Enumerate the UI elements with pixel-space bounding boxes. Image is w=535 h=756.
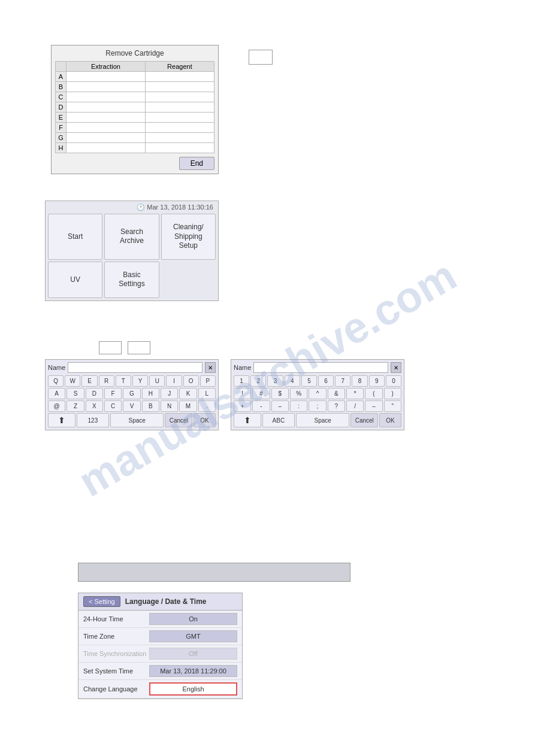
kb-key-f[interactable]: F: [104, 388, 122, 399]
kb-alpha-name-input[interactable]: [68, 362, 202, 373]
kb-key-minus[interactable]: -: [252, 400, 270, 412]
cartridge-extraction-G: [67, 133, 146, 143]
kb-key-d[interactable]: D: [86, 388, 103, 399]
kb-key-7[interactable]: 7: [335, 375, 350, 387]
kb-key-3[interactable]: 3: [267, 375, 283, 387]
cartridge-table: Extraction Reagent ABCDEFGH: [55, 61, 214, 153]
kb-key-l[interactable]: L: [198, 388, 216, 399]
kb-key-s[interactable]: S: [67, 388, 84, 399]
kb-key-rparen[interactable]: ): [384, 388, 401, 399]
kb-key-q[interactable]: Q: [48, 375, 64, 387]
settings-value-1[interactable]: GMT: [149, 630, 237, 642]
settings-label-0: 24-Hour Time: [83, 615, 149, 623]
settings-label-1: Time Zone: [83, 633, 149, 640]
kb-key-y[interactable]: Y: [132, 375, 148, 387]
kb-num-key-space[interactable]: Space: [296, 413, 349, 427]
kb-key-123[interactable]: 123: [77, 413, 109, 427]
cartridge-extraction-B: [67, 82, 146, 92]
kb-numeric-clear-btn[interactable]: ✕: [391, 362, 401, 373]
kb-key-5[interactable]: 5: [301, 375, 317, 387]
kb-key-abc[interactable]: ABC: [262, 413, 295, 427]
kb-key-plus[interactable]: +: [234, 400, 251, 412]
kb-key-v[interactable]: V: [123, 400, 140, 412]
kb-num-key-ok[interactable]: OK: [379, 413, 401, 427]
menu-btn-search-archive[interactable]: SearchArchive: [104, 214, 159, 260]
kb-key-lparen[interactable]: (: [365, 388, 382, 399]
kb-key-j[interactable]: J: [161, 388, 178, 399]
kb-key-hash[interactable]: #: [252, 388, 270, 399]
kb-key-shift[interactable]: ⬆: [48, 413, 75, 427]
kb-alpha-row2: A S D F G H J K L: [48, 388, 216, 399]
kb-key-colon[interactable]: :: [290, 400, 307, 412]
cartridge-extraction-A: [67, 72, 146, 82]
menu-datetime: Mar 13, 2018 11:30:16: [147, 204, 213, 211]
settings-value-0[interactable]: On: [149, 613, 237, 625]
kb-key-t[interactable]: T: [116, 375, 131, 387]
kb-key-h[interactable]: H: [142, 388, 159, 399]
kb-alpha-clear-btn[interactable]: ✕: [205, 362, 216, 373]
kb-key-4[interactable]: 4: [285, 375, 300, 387]
kb-key-0[interactable]: 0: [386, 375, 401, 387]
kb-num-key-shift[interactable]: ⬆: [234, 413, 261, 427]
remove-cartridge-title: Remove Cartridge: [55, 49, 214, 57]
kb-key-n[interactable]: N: [161, 400, 178, 412]
kb-key-caret[interactable]: ^: [309, 388, 326, 399]
settings-value-4[interactable]: English: [149, 682, 237, 696]
settings-back-button[interactable]: < Setting: [83, 596, 120, 607]
col-reagent-header: Reagent: [145, 62, 214, 72]
kb-key-u[interactable]: U: [149, 375, 165, 387]
kb-key-z[interactable]: Z: [67, 400, 84, 412]
kb-key-at[interactable]: @: [48, 400, 65, 412]
kb-key-m[interactable]: M: [179, 400, 197, 412]
kb-key-dollar[interactable]: $: [271, 388, 289, 399]
section4-gray-bar: [78, 563, 350, 582]
kb-numeric-name-input[interactable]: [253, 362, 388, 373]
kb-key-b[interactable]: B: [142, 400, 159, 412]
kb-key-9[interactable]: 9: [369, 375, 385, 387]
kb-key-g[interactable]: G: [123, 388, 140, 399]
kb-key-endash2[interactable]: –: [365, 400, 382, 412]
kb-key-r[interactable]: R: [99, 375, 114, 387]
kb-key-excl[interactable]: !: [234, 388, 251, 399]
menu-btn-basic-settings[interactable]: BasicSettings: [104, 262, 159, 298]
cartridge-row-label-C: C: [56, 92, 67, 102]
kb-key-k[interactable]: K: [179, 388, 197, 399]
kb-key-e[interactable]: E: [81, 375, 97, 387]
kb-key-star[interactable]: *: [346, 388, 364, 399]
kb-key-2[interactable]: 2: [250, 375, 266, 387]
kb-key-i[interactable]: I: [166, 375, 182, 387]
menu-btn-uv[interactable]: UV: [48, 262, 102, 298]
kb-key-question[interactable]: ?: [328, 400, 345, 412]
menu-btn-cleaning[interactable]: Cleaning/ShippingSetup: [161, 214, 216, 260]
menu-btn-start[interactable]: Start: [48, 214, 102, 260]
cartridge-row-label-E: E: [56, 113, 67, 123]
settings-value-3[interactable]: Mar 13, 2018 11:29:00: [149, 665, 237, 677]
gray-input-bar: [78, 563, 350, 582]
kb-key-slash[interactable]: /: [346, 400, 364, 412]
kb-key-p[interactable]: P: [200, 375, 216, 387]
kb-key-w[interactable]: W: [65, 375, 80, 387]
kb-key-1[interactable]: 1: [234, 375, 249, 387]
kb-key-ok[interactable]: OK: [194, 413, 216, 427]
cartridge-reagent-E: [145, 113, 214, 123]
kb-key-8[interactable]: 8: [352, 375, 367, 387]
kb-key-space[interactable]: Space: [110, 413, 164, 427]
kb-key-amp[interactable]: &: [328, 388, 345, 399]
kb-key-c[interactable]: C: [104, 400, 122, 412]
kb-key-quote[interactable]: ": [384, 400, 401, 412]
settings-row-4: Change LanguageEnglish: [78, 680, 242, 699]
kb-key-semicolon[interactable]: ;: [309, 400, 326, 412]
kb-key-period[interactable]: .: [198, 400, 216, 412]
kb-key-x[interactable]: X: [86, 400, 103, 412]
kb-key-endash[interactable]: –: [271, 400, 289, 412]
kb-key-o[interactable]: O: [183, 375, 199, 387]
kb-key-6[interactable]: 6: [318, 375, 334, 387]
kb-key-percent[interactable]: %: [290, 388, 307, 399]
end-button[interactable]: End: [179, 157, 214, 170]
settings-value-2: Off: [149, 648, 237, 660]
kb-key-cancel[interactable]: Cancel: [165, 413, 192, 427]
kb-num-key-cancel[interactable]: Cancel: [350, 413, 378, 427]
settings-label-2: Time Synchronization: [83, 650, 149, 657]
settings-label-4: Change Language: [83, 685, 149, 693]
kb-key-a[interactable]: A: [48, 388, 65, 399]
